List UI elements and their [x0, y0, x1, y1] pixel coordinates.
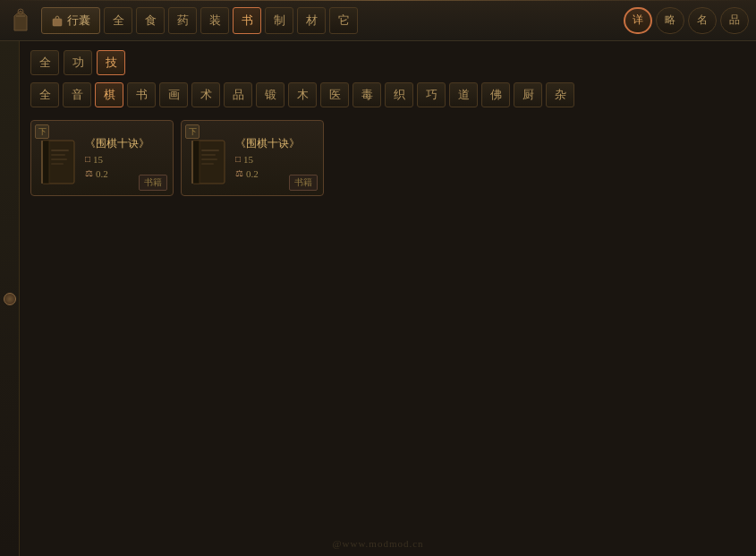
item-weight-0: 0.2 — [96, 168, 108, 179]
main-container: 行囊 全 食 药 装 书 制 材 它 详 略 名 品 全 功 技 全 — [0, 0, 756, 556]
cat-btn-quan[interactable]: 全 — [30, 82, 59, 107]
sub-filter-row1: 全 功 技 — [30, 50, 745, 75]
book-icon-0 — [38, 139, 78, 185]
cat-btn-pin[interactable]: 品 — [224, 82, 252, 107]
svg-rect-15 — [201, 163, 214, 165]
view-btn-brief[interactable]: 略 — [656, 7, 684, 34]
content-area: 全 功 技 全 音 棋 书 画 术 品 锻 木 医 毒 织 巧 道 佛 厨 杂 — [20, 41, 756, 556]
right-buttons: 详 略 名 品 — [624, 7, 749, 34]
item-stat-count-0: □ 15 — [85, 154, 166, 165]
svg-rect-14 — [201, 158, 217, 160]
weight-icon-0: ⚖ — [85, 168, 93, 178]
item-count-0: 15 — [93, 154, 103, 165]
logo-icon — [7, 7, 34, 34]
item-tag-1: 书籍 — [289, 175, 318, 191]
cat-btn-shu[interactable]: 书 — [127, 82, 156, 107]
cat-btn-duan[interactable]: 锻 — [256, 82, 285, 107]
filter-btn-quan[interactable]: 全 — [104, 7, 132, 34]
item-card-1[interactable]: 下 《围棋十诀》 □ — [181, 120, 324, 196]
item-badge-1: 下 — [185, 124, 200, 139]
sidebar-circle — [4, 293, 16, 305]
bag-label: 行囊 — [67, 13, 90, 29]
items-grid: 下 《围棋十诀》 □ — [30, 120, 745, 196]
filter-btn-cai[interactable]: 材 — [297, 7, 326, 34]
cat-btn-qiao[interactable]: 巧 — [417, 82, 446, 107]
sub-filter-row2: 全 音 棋 书 画 术 品 锻 木 医 毒 织 巧 道 佛 厨 杂 — [30, 82, 745, 107]
bag-button[interactable]: 行囊 — [41, 7, 100, 34]
bag-icon — [51, 14, 64, 27]
left-sidebar — [0, 41, 20, 556]
cat-btn-zhi[interactable]: 织 — [385, 82, 413, 107]
filter-btn-shi[interactable]: 食 — [136, 7, 165, 34]
cat-btn-yin[interactable]: 音 — [63, 82, 91, 107]
weight-icon-1: ⚖ — [235, 168, 243, 178]
cat-btn-hua[interactable]: 画 — [159, 82, 188, 107]
svg-rect-10 — [192, 141, 200, 184]
svg-rect-1 — [53, 19, 62, 26]
count-icon-1: □ — [235, 154, 241, 164]
cat-btn-za[interactable]: 杂 — [546, 82, 574, 107]
count-icon-0: □ — [85, 154, 90, 164]
filter-btn-shu[interactable]: 书 — [233, 7, 261, 34]
cat-btn-chu[interactable]: 厨 — [514, 82, 542, 107]
item-name-1: 《围棋十诀》 — [235, 137, 316, 150]
item-count-1: 15 — [243, 154, 253, 165]
cat-btn-yi[interactable]: 医 — [320, 82, 349, 107]
filter-btn-ta[interactable]: 它 — [329, 7, 358, 34]
cat-btn-dao[interactable]: 道 — [449, 82, 478, 107]
svg-rect-12 — [201, 150, 219, 151]
item-badge-0: 下 — [35, 124, 49, 139]
item-info-1: 《围棋十诀》 □ 15 ⚖ 0.2 — [235, 137, 316, 178]
svg-rect-13 — [201, 154, 216, 156]
svg-rect-5 — [51, 150, 69, 151]
filter-btn-yao[interactable]: 药 — [168, 7, 197, 34]
item-info-0: 《围棋十诀》 □ 15 ⚖ 0.2 — [85, 137, 166, 178]
svg-rect-6 — [51, 154, 65, 156]
sub-btn-gong[interactable]: 功 — [64, 50, 92, 75]
item-name-0: 《围棋十诀》 — [85, 137, 166, 150]
filter-btn-zhuang[interactable]: 装 — [200, 7, 229, 34]
svg-rect-7 — [51, 158, 67, 160]
sub-btn-quan[interactable]: 全 — [30, 50, 59, 75]
cat-btn-qi[interactable]: 棋 — [95, 82, 123, 107]
cat-btn-mu[interactable]: 木 — [288, 82, 317, 107]
view-btn-detail[interactable]: 详 — [624, 7, 652, 34]
svg-rect-3 — [42, 141, 49, 184]
item-stat-count-1: □ 15 — [235, 154, 316, 165]
item-weight-1: 0.2 — [246, 168, 259, 179]
cat-btn-du[interactable]: 毒 — [353, 82, 381, 107]
view-btn-quality[interactable]: 品 — [720, 7, 749, 34]
watermark: @www.modmod.cn — [332, 538, 423, 549]
book-icon-1 — [189, 139, 228, 185]
cat-btn-shu2[interactable]: 术 — [191, 82, 220, 107]
svg-rect-8 — [51, 163, 64, 165]
cat-btn-fo[interactable]: 佛 — [481, 82, 510, 107]
filter-btn-zhi[interactable]: 制 — [265, 7, 293, 34]
top-bar: 行囊 全 食 药 装 书 制 材 它 详 略 名 品 — [0, 0, 756, 41]
view-btn-name[interactable]: 名 — [688, 7, 717, 34]
sub-btn-ji[interactable]: 技 — [97, 50, 125, 75]
item-card-0[interactable]: 下 《围棋十诀》 □ — [30, 120, 174, 196]
item-tag-0: 书籍 — [139, 175, 167, 191]
